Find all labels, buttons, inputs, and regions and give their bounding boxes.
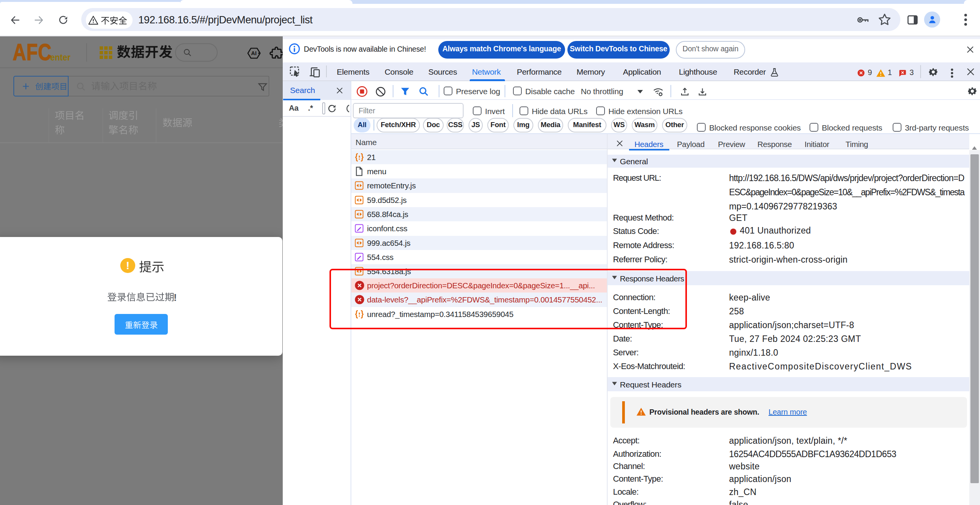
svg-text:AI: AI — [251, 50, 257, 56]
